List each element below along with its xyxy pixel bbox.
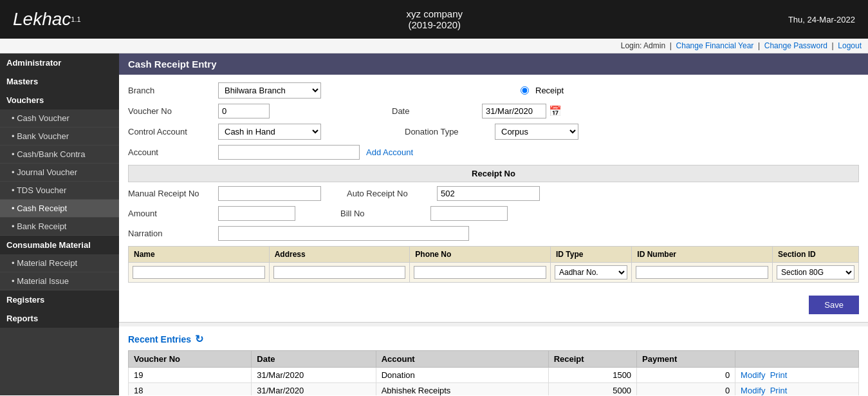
date-input[interactable]: [482, 104, 546, 118]
row2-date: 31/Mar/2020: [252, 383, 376, 396]
calendar-icon[interactable]: 📅: [549, 105, 562, 117]
col-section-id: Section ID: [773, 247, 859, 263]
app-header: Lekhac1.1 xyz company (2019-2020) Thu, 2…: [0, 0, 868, 39]
row2-account: Abhishek Receipts: [376, 383, 548, 396]
donation-type-label: Donation Type: [405, 127, 488, 137]
save-button-area: Save: [128, 289, 859, 314]
logo: Lekhac1.1: [13, 9, 81, 30]
datetime: Thu, 24-Mar-2022: [788, 15, 855, 24]
col-receipt: Receipt: [548, 351, 636, 368]
donor-address-input[interactable]: [273, 266, 406, 279]
row1-receipt: 1500: [548, 368, 636, 383]
col-account: Account: [376, 351, 548, 368]
account-label: Account: [128, 147, 212, 157]
page-title: Cash Receipt Entry: [119, 53, 868, 75]
col-payment: Payment: [637, 351, 735, 368]
row2-payment: 0: [637, 383, 735, 396]
voucher-date-row: Voucher No Date 📅: [128, 104, 859, 118]
topbar: Login: Admin | Change Financial Year | C…: [0, 39, 868, 53]
sidebar-item-tds-voucher[interactable]: • TDS Voucher: [0, 182, 119, 200]
row1-account: Donation: [376, 368, 548, 383]
row2-print-link[interactable]: Print: [770, 386, 788, 395]
row1-print-link[interactable]: Print: [770, 370, 788, 380]
id-number-input[interactable]: [636, 266, 768, 279]
donation-type-select[interactable]: Corpus: [495, 124, 578, 140]
date-label: Date: [392, 106, 476, 116]
receipt-radio[interactable]: [521, 86, 529, 95]
sidebar-item-administrator[interactable]: Administrator: [0, 53, 119, 72]
save-button[interactable]: Save: [809, 296, 859, 314]
manual-receipt-input[interactable]: [218, 186, 321, 201]
sidebar-item-cash-receipt[interactable]: • Cash Receipt: [0, 200, 119, 218]
bill-no-label: Bill No: [340, 209, 424, 218]
bill-no-input[interactable]: [430, 206, 508, 221]
col-id-type: ID Type: [550, 247, 631, 263]
add-account-link[interactable]: Add Account: [366, 147, 413, 157]
row1-voucher-no: 19: [129, 368, 252, 383]
receipt-no-row: Manual Receipt No Auto Receipt No: [128, 186, 859, 201]
sidebar-item-cash-voucher[interactable]: • Cash Voucher: [0, 109, 119, 127]
sidebar-item-material-issue[interactable]: • Material Issue: [0, 272, 119, 290]
voucher-no-input[interactable]: [218, 104, 270, 118]
col-date: Date: [252, 351, 376, 368]
id-type-select[interactable]: Aadhar No.: [555, 265, 627, 279]
sidebar-item-vouchers[interactable]: Vouchers: [0, 91, 119, 109]
recent-entries-table: Voucher No Date Account Receipt Payment …: [128, 350, 859, 395]
recent-entries-title: Recent Entries ↻: [128, 333, 859, 345]
account-row: Account Add Account: [128, 145, 859, 160]
donor-phone-input[interactable]: [414, 266, 546, 279]
row2-receipt: 5000: [548, 383, 636, 396]
sidebar: Administrator Masters Vouchers • Cash Vo…: [0, 53, 119, 395]
sidebar-item-consumable-material[interactable]: Consumable Material: [0, 236, 119, 254]
section-id-select[interactable]: Section 80G: [777, 265, 854, 279]
row1-payment: 0: [637, 368, 735, 383]
sidebar-item-registers[interactable]: Registers: [0, 290, 119, 309]
receipt-radio-group: Receipt: [521, 86, 564, 95]
sidebar-item-cash-bank-contra[interactable]: • Cash/Bank Contra: [0, 146, 119, 164]
control-account-row: Control Account Cash in Hand Donation Ty…: [128, 124, 859, 140]
donor-table: Name Address Phone No ID Type ID Number …: [128, 246, 859, 283]
sidebar-item-journal-voucher[interactable]: • Journal Voucher: [0, 164, 119, 182]
row2-actions: Modify Print: [735, 383, 859, 396]
change-password-link[interactable]: Change Password: [764, 41, 827, 50]
row2-modify-link[interactable]: Modify: [741, 386, 765, 395]
sidebar-item-reports[interactable]: Reports: [0, 309, 119, 328]
account-input[interactable]: [218, 145, 360, 160]
sidebar-item-bank-voucher[interactable]: • Bank Voucher: [0, 127, 119, 146]
narration-input[interactable]: [218, 226, 469, 241]
auto-receipt-input[interactable]: [437, 186, 540, 201]
control-account-label: Control Account: [128, 127, 212, 137]
amount-billno-row: Amount Bill No: [128, 206, 859, 221]
recent-entries-section: Recent Entries ↻ Voucher No Date Account…: [119, 326, 868, 395]
sidebar-item-bank-receipt[interactable]: • Bank Receipt: [0, 218, 119, 236]
branch-label: Branch: [128, 86, 212, 95]
amount-label: Amount: [128, 209, 212, 218]
branch-row: Branch Bhilwara Branch Receipt: [128, 82, 859, 99]
row1-actions: Modify Print: [735, 368, 859, 383]
amount-input[interactable]: [218, 206, 295, 221]
company-info: xyz company (2019-2020): [406, 8, 463, 30]
receipt-no-section: Receipt No: [128, 165, 859, 182]
date-field-group: 📅: [482, 104, 562, 118]
col-voucher-no: Voucher No: [129, 351, 252, 368]
control-account-select[interactable]: Cash in Hand: [218, 124, 321, 140]
change-financial-year-link[interactable]: Change Financial Year: [676, 41, 754, 50]
logout-link[interactable]: Logout: [838, 41, 862, 50]
col-address: Address: [269, 247, 410, 263]
narration-label: Narration: [128, 229, 212, 238]
sidebar-item-masters[interactable]: Masters: [0, 72, 119, 91]
donor-name-input[interactable]: [133, 266, 265, 279]
branch-select[interactable]: Bhilwara Branch: [218, 82, 321, 99]
main-content: Cash Receipt Entry Branch Bhilwara Branc…: [119, 53, 868, 395]
col-actions: [735, 351, 859, 368]
voucher-no-label: Voucher No: [128, 106, 212, 116]
receipt-radio-label: Receipt: [535, 86, 564, 95]
row2-voucher-no: 18: [129, 383, 252, 396]
table-row: 19 31/Mar/2020 Donation 1500 0 Modify Pr…: [129, 368, 859, 383]
login-info: Login: Admin: [621, 41, 665, 50]
col-name: Name: [129, 247, 270, 263]
auto-receipt-label: Auto Receipt No: [347, 189, 430, 198]
refresh-icon[interactable]: ↻: [195, 333, 203, 345]
row1-modify-link[interactable]: Modify: [741, 370, 765, 380]
sidebar-item-material-receipt[interactable]: • Material Receipt: [0, 254, 119, 272]
